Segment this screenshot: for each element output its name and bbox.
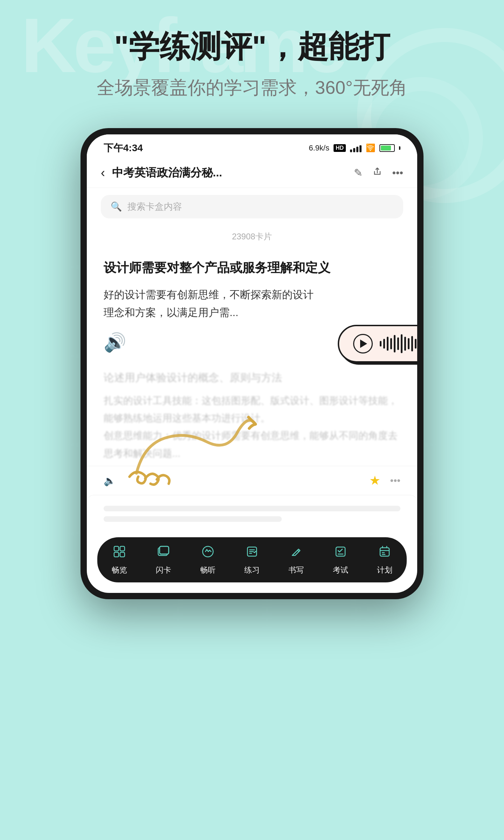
flashcard-icon: [156, 544, 171, 562]
nav-item-flashcard[interactable]: 闪卡: [150, 544, 177, 575]
svg-rect-0: [114, 546, 119, 551]
more-button[interactable]: •••: [392, 167, 403, 179]
plan-icon: [377, 544, 392, 562]
listen-icon: [201, 544, 215, 562]
battery-icon: [379, 144, 395, 152]
nav-item-browse[interactable]: 畅览: [106, 544, 133, 575]
phone-screen: 下午4:34 6.9k/s HD 🛜: [87, 134, 417, 593]
audio-row: 🔊: [104, 328, 400, 360]
svg-rect-1: [120, 546, 125, 551]
write-icon: [289, 544, 303, 562]
play-triangle-icon: [360, 340, 367, 348]
back-button[interactable]: ‹: [101, 166, 105, 180]
svg-rect-9: [336, 547, 345, 556]
phone-frame: 下午4:34 6.9k/s HD 🛜: [80, 128, 424, 600]
page-content: "学练测评"，超能打 全场景覆盖你的学习需求，360°无死角 下午4:34 6.…: [0, 0, 504, 599]
search-icon: 🔍: [111, 201, 122, 212]
card-count: 23908卡片: [87, 225, 417, 248]
footer-more-icon[interactable]: •••: [390, 475, 400, 486]
network-speed: 6.9k/s: [309, 144, 329, 153]
exam-label: 考试: [333, 565, 348, 575]
footer-speaker-icon[interactable]: 🔈: [104, 475, 116, 486]
card-answer: 好的设计需要有创新思维，不断探索新的设计理念和方案，以满足用户需...: [104, 286, 400, 321]
nav-item-listen[interactable]: 畅听: [195, 544, 221, 575]
browse-icon: [112, 544, 127, 562]
status-time: 下午4:34: [104, 141, 143, 155]
flash-card: 设计师需要对整个产品或服务理解和定义 好的设计需要有创新思维，不断探索新的设计理…: [87, 248, 417, 369]
share-icon[interactable]: [372, 167, 382, 179]
play-button[interactable]: [353, 334, 373, 354]
phone-mockup: 下午4:34 6.9k/s HD 🛜: [80, 128, 424, 600]
audio-player[interactable]: [338, 325, 417, 363]
svg-rect-3: [120, 552, 125, 557]
speaker-icon[interactable]: 🔊: [104, 332, 126, 353]
plan-label: 计划: [377, 565, 392, 575]
svg-rect-10: [380, 548, 389, 556]
listen-label: 畅听: [200, 565, 216, 575]
nav-item-plan[interactable]: 计划: [371, 544, 398, 575]
svg-rect-5: [160, 546, 169, 554]
bottom-navigation: 畅览 闪卡: [97, 537, 407, 582]
hd-badge: HD: [334, 144, 346, 152]
nav-item-exam[interactable]: 考试: [327, 544, 354, 575]
nav-item-write[interactable]: 书写: [283, 544, 309, 575]
status-right: 6.9k/s HD 🛜: [309, 144, 400, 153]
wifi-icon: 🛜: [366, 144, 375, 153]
header-title: 中考英语政治满分秘...: [112, 165, 354, 181]
status-bar: 下午4:34 6.9k/s HD 🛜: [87, 134, 417, 158]
sub-headline: 全场景覆盖你的学习需求，360°无死角: [97, 76, 407, 100]
flashcard-label: 闪卡: [156, 565, 171, 575]
waveform: [380, 334, 417, 353]
practice-icon: [245, 544, 259, 562]
signal-icon: [350, 144, 362, 152]
blurred-text: 扎实的设计工具技能：这包括图形配、版式设计、图形设计等技能，能够熟练地运用这些基…: [104, 392, 400, 463]
nav-item-practice[interactable]: 练习: [239, 544, 265, 575]
search-placeholder: 搜索卡盒内容: [127, 201, 182, 213]
card-question: 设计师需要对整个产品或服务理解和定义: [104, 258, 400, 277]
edit-icon[interactable]: ✎: [354, 167, 363, 179]
blurred-title: 论述用户体验设计的概念、原则与方法: [104, 369, 400, 386]
search-bar[interactable]: 🔍 搜索卡盒内容: [101, 195, 403, 218]
main-headline: "学练测评"，超能打: [114, 28, 390, 65]
practice-label: 练习: [244, 565, 260, 575]
app-header: ‹ 中考英语政治满分秘... ✎ •••: [87, 158, 417, 188]
exam-icon: [333, 544, 348, 562]
header-actions: ✎ •••: [354, 167, 403, 179]
blurred-content: 论述用户体验设计的概念、原则与方法 扎实的设计工具技能：这包括图形配、版式设计、…: [87, 369, 417, 463]
browse-label: 畅览: [112, 565, 127, 575]
write-label: 书写: [288, 565, 304, 575]
footer-actions: ★ •••: [369, 473, 400, 488]
svg-rect-2: [114, 552, 119, 557]
star-icon[interactable]: ★: [369, 473, 380, 488]
card-footer: 🔈 ★ •••: [87, 466, 417, 495]
partial-card: [87, 495, 417, 530]
